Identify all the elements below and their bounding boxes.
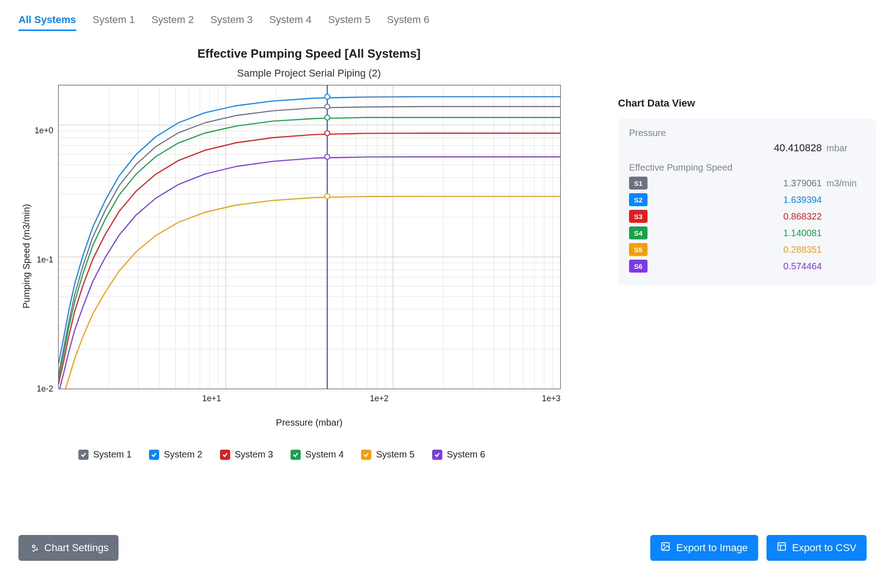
legend-label: System 3 [235,449,273,460]
data-row: S4 1.140081 [629,226,865,239]
svg-point-51 [325,94,330,99]
x-tick: 1e+3 [533,394,561,404]
export-csv-button[interactable]: Export to CSV [766,535,867,561]
legend-item-system-1[interactable]: System 1 [78,449,131,460]
chart-settings-button[interactable]: Chart Settings [18,535,119,561]
series-badge-s4: S4 [629,226,647,239]
legend-label: System 4 [305,449,344,460]
chart-title: Effective Pumping Speed [All Systems] [18,47,600,61]
x-axis-label: Pressure (mbar) [58,417,561,428]
tab-system-6[interactable]: System 6 [387,14,429,31]
svg-point-55 [325,154,330,159]
export-image-button[interactable]: Export to Image [650,535,758,561]
legend: System 1 System 2 System 3 [78,449,600,460]
data-row: S6 0.574464 [629,260,865,273]
chart-subtitle: Sample Project Serial Piping (2) [18,67,600,79]
tabs: All Systems System 1 System 2 System 3 S… [18,14,867,31]
button-label: Export to Image [676,542,748,554]
tab-system-1[interactable]: System 1 [93,14,135,31]
chart-plot-area[interactable] [58,85,561,389]
svg-rect-59 [778,543,785,551]
gear-icon [29,541,39,554]
data-row: S1 1.379061 m3/min [629,177,865,190]
data-row: S5 0.288351 [629,243,865,256]
tab-system-4[interactable]: System 4 [269,14,312,31]
svg-point-58 [664,544,665,546]
svg-point-54 [325,194,330,199]
legend-item-system-4[interactable]: System 4 [291,449,344,460]
y-tick: 1e+0 [35,126,53,136]
table-icon [777,541,787,554]
legend-item-system-5[interactable]: System 5 [361,449,414,460]
checkbox-icon [432,450,442,460]
data-row: S3 0.868322 [629,210,865,223]
x-tick: 1e+1 [198,394,226,404]
series-badge-s3: S3 [629,210,647,223]
series-value: 1.379061 [784,178,826,189]
x-tick: 1e+2 [365,394,393,404]
checkbox-icon [291,450,301,460]
data-row: S2 1.639394 [629,193,865,206]
series-badge-s5: S5 [629,243,647,256]
data-panel: Pressure 40.410828 mbar Effective Pumpin… [618,119,876,285]
legend-item-system-2[interactable]: System 2 [149,449,202,460]
checkbox-icon [149,450,159,460]
eps-label: Effective Pumping Speed [629,162,865,173]
legend-label: System 6 [447,449,485,460]
image-icon [660,541,671,554]
legend-item-system-6[interactable]: System 6 [432,449,485,460]
data-view-title: Chart Data View [618,97,876,109]
series-badge-s2: S2 [629,193,647,206]
svg-point-52 [325,131,330,136]
series-value: 0.288351 [784,244,826,255]
series-value: 0.574464 [784,261,826,272]
pressure-label: Pressure [629,128,865,138]
y-tick: 1e-2 [37,384,53,394]
pressure-unit: mbar [826,143,865,154]
series-unit: m3/min [826,178,865,189]
series-badge-s1: S1 [629,177,647,190]
button-label: Export to CSV [792,542,856,554]
svg-point-50 [325,104,330,109]
legend-item-system-3[interactable]: System 3 [220,449,273,460]
checkbox-icon [220,450,230,460]
y-tick: 1e-1 [37,255,53,265]
checkbox-icon [361,450,371,460]
series-value: 0.868322 [784,211,826,222]
legend-label: System 1 [93,449,131,460]
svg-point-56 [32,545,35,548]
button-label: Chart Settings [44,542,108,554]
legend-label: System 2 [164,449,202,460]
svg-point-53 [325,115,330,120]
series-value: 1.140081 [784,228,826,238]
pressure-value: 40.410828 [774,142,826,154]
tab-system-2[interactable]: System 2 [151,14,194,31]
checkbox-icon [78,450,89,460]
series-badge-s6: S6 [629,260,647,273]
legend-label: System 5 [376,449,414,460]
tab-system-3[interactable]: System 3 [210,14,253,31]
tab-all-systems[interactable]: All Systems [18,14,76,31]
tab-system-5[interactable]: System 5 [328,14,371,31]
series-value: 1.639394 [784,195,826,205]
y-axis-label: Pumping Speed (m3/min) [18,85,35,428]
